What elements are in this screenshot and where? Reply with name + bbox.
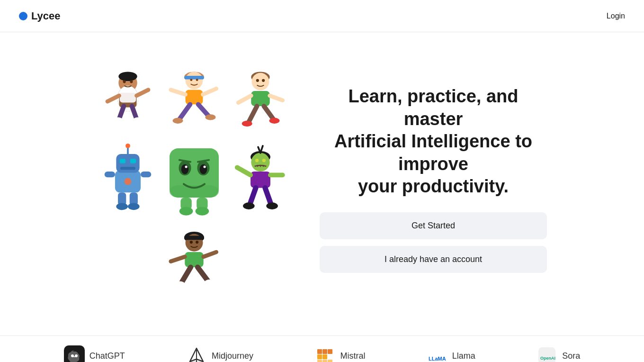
svg-point-13 — [130, 80, 133, 83]
svg-point-57 — [185, 165, 188, 168]
svg-line-30 — [270, 96, 283, 100]
svg-rect-5 — [120, 91, 136, 103]
svg-line-71 — [265, 188, 271, 204]
svg-point-72 — [243, 202, 255, 209]
svg-point-58 — [204, 165, 206, 168]
login-button[interactable]: Login — [607, 12, 625, 20]
svg-rect-45 — [141, 172, 151, 177]
svg-line-70 — [250, 188, 256, 204]
svg-point-12 — [123, 80, 126, 83]
mistral-logo — [314, 345, 335, 362]
svg-rect-43 — [120, 167, 135, 170]
svg-point-40 — [125, 144, 130, 148]
svg-rect-16 — [184, 76, 204, 79]
chatgpt-logo — [64, 345, 85, 362]
svg-point-75 — [262, 159, 266, 162]
svg-line-31 — [249, 106, 257, 122]
partner-mistral: Mistral — [314, 345, 365, 362]
svg-rect-17 — [186, 90, 203, 105]
svg-rect-100 — [328, 349, 332, 354]
hero-title: Learn, practice, and master Artificial I… — [320, 85, 547, 198]
chatgpt-label: ChatGPT — [89, 351, 125, 361]
svg-line-85 — [171, 257, 185, 262]
svg-point-2 — [118, 72, 137, 81]
svg-rect-105 — [328, 360, 332, 362]
svg-point-90 — [204, 280, 216, 287]
svg-line-32 — [264, 106, 273, 119]
partners-footer: ChatGPT Midjourney — [0, 335, 644, 362]
svg-text:LLaMA: LLaMA — [429, 356, 446, 362]
svg-rect-103 — [317, 360, 322, 362]
character-3 — [230, 61, 291, 136]
svg-line-86 — [204, 252, 216, 257]
partner-sora: OpenAI Sora Sora — [537, 345, 580, 362]
svg-rect-98 — [317, 349, 322, 354]
svg-point-89 — [174, 281, 186, 289]
svg-rect-83 — [184, 236, 204, 240]
character-1 — [97, 61, 159, 136]
svg-point-35 — [256, 79, 259, 82]
svg-rect-41 — [120, 159, 125, 163]
svg-point-91 — [190, 241, 193, 244]
get-started-button[interactable]: Get Started — [320, 212, 547, 239]
svg-rect-101 — [317, 354, 322, 359]
svg-point-33 — [242, 121, 252, 127]
svg-text:OpenAI: OpenAI — [540, 356, 555, 361]
svg-line-21 — [198, 104, 209, 116]
svg-line-68 — [237, 167, 250, 175]
logo[interactable]: Lycee — [19, 10, 61, 22]
logo-text: Lycee — [31, 10, 61, 22]
svg-point-36 — [262, 79, 265, 82]
svg-rect-104 — [322, 360, 327, 362]
llama-logo: LLaMA by Meta — [427, 345, 447, 362]
svg-rect-67 — [250, 172, 270, 188]
svg-line-7 — [132, 106, 137, 119]
svg-point-15 — [186, 72, 203, 89]
character-green-box — [163, 141, 225, 217]
svg-line-8 — [107, 96, 119, 101]
partner-chatgpt: ChatGPT — [64, 345, 125, 362]
svg-line-29 — [238, 96, 251, 103]
characters-grid — [97, 61, 291, 298]
svg-point-49 — [128, 203, 140, 210]
svg-line-20 — [179, 104, 190, 119]
sora-logo: OpenAI Sora — [537, 345, 557, 362]
svg-point-22 — [172, 118, 183, 124]
svg-point-24 — [190, 79, 192, 81]
svg-rect-44 — [105, 172, 115, 177]
svg-point-55 — [181, 164, 189, 174]
svg-point-23 — [205, 114, 215, 120]
svg-point-74 — [255, 159, 259, 162]
svg-rect-38 — [116, 154, 139, 172]
svg-point-48 — [116, 203, 128, 210]
sora-label: Sora — [562, 351, 580, 361]
svg-line-6 — [119, 106, 124, 119]
svg-line-9 — [136, 90, 148, 96]
svg-point-56 — [200, 164, 207, 174]
svg-rect-99 — [322, 349, 327, 354]
svg-point-92 — [196, 241, 198, 244]
svg-point-73 — [266, 202, 278, 209]
svg-rect-84 — [185, 252, 203, 267]
svg-rect-42 — [130, 159, 136, 163]
svg-rect-28 — [251, 91, 269, 106]
partner-llama: LLaMA by Meta Llama — [427, 345, 475, 362]
svg-line-87 — [181, 267, 191, 283]
svg-point-10 — [113, 117, 123, 123]
character-2 — [163, 61, 225, 136]
svg-point-63 — [179, 207, 193, 216]
svg-point-27 — [252, 73, 269, 90]
svg-point-25 — [196, 79, 198, 81]
svg-point-11 — [133, 117, 143, 123]
logo-dot — [19, 12, 27, 20]
svg-point-50 — [125, 178, 132, 185]
already-have-account-button[interactable]: I already have an account — [320, 246, 547, 273]
svg-line-18 — [171, 90, 186, 95]
svg-point-34 — [269, 118, 279, 124]
mistral-label: Mistral — [340, 351, 365, 361]
svg-rect-102 — [322, 354, 327, 359]
midjourney-logo — [186, 345, 207, 362]
svg-point-64 — [196, 207, 209, 216]
character-robot — [97, 141, 159, 217]
hero-buttons: Get Started I already have an account — [320, 212, 547, 273]
